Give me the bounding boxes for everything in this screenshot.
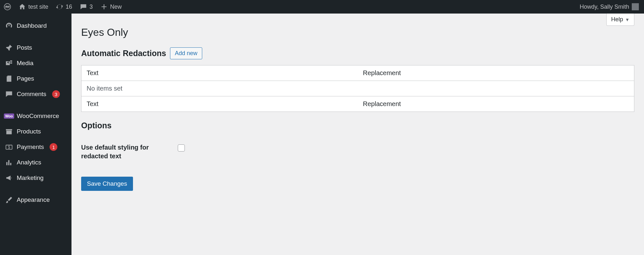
table-footer-row: Text Replacement bbox=[81, 96, 634, 112]
options-heading: Options bbox=[81, 121, 634, 130]
dashboard-icon bbox=[5, 22, 13, 30]
comments-badge: 3 bbox=[52, 90, 60, 98]
help-label: Help bbox=[611, 16, 623, 23]
redactions-heading: Automatic Redactions bbox=[81, 49, 166, 58]
updates-link[interactable]: 16 bbox=[52, 0, 76, 14]
payments-badge: 1 bbox=[50, 143, 57, 151]
wordpress-icon bbox=[4, 3, 11, 10]
sidebar-item-posts[interactable]: Posts bbox=[0, 40, 71, 55]
payments-icon: $ bbox=[5, 143, 13, 151]
sidebar-item-label: Analytics bbox=[17, 159, 41, 166]
sidebar-item-comments[interactable]: Comments 3 bbox=[0, 86, 71, 102]
sidebar-item-media[interactable]: Media bbox=[0, 55, 71, 71]
home-icon bbox=[19, 3, 26, 10]
sidebar-item-label: Payments bbox=[17, 143, 44, 151]
menu-separator bbox=[0, 34, 71, 40]
sidebar-item-label: Marketing bbox=[17, 174, 43, 181]
table-empty-row: No items set bbox=[81, 81, 634, 96]
new-label: New bbox=[110, 4, 122, 10]
menu-separator bbox=[0, 102, 71, 108]
sidebar-item-dashboard[interactable]: Dashboard bbox=[0, 18, 71, 34]
sidebar-item-label: Comments bbox=[17, 91, 46, 98]
save-changes-button[interactable]: Save Changes bbox=[81, 177, 133, 191]
col-text-footer[interactable]: Text bbox=[81, 96, 358, 112]
col-replacement-header[interactable]: Replacement bbox=[358, 65, 634, 81]
page-title: Eyes Only bbox=[81, 26, 634, 38]
sidebar-item-label: Dashboard bbox=[17, 22, 47, 29]
sidebar-item-label: Appearance bbox=[17, 196, 50, 203]
brush-icon bbox=[5, 196, 13, 204]
pending-comments-count: 3 bbox=[90, 4, 93, 10]
sidebar-item-label: Media bbox=[17, 60, 33, 67]
sidebar-item-label: Products bbox=[17, 128, 41, 135]
pin-icon bbox=[5, 44, 13, 52]
woocommerce-icon: Woo bbox=[5, 112, 13, 120]
table-header-row: Text Replacement bbox=[81, 65, 634, 81]
site-name-link[interactable]: test site bbox=[15, 0, 52, 14]
sidebar-item-pages[interactable]: Pages bbox=[0, 71, 71, 86]
comments-link[interactable]: 3 bbox=[76, 0, 97, 14]
default-styling-checkbox[interactable] bbox=[178, 144, 185, 152]
col-replacement-footer[interactable]: Replacement bbox=[358, 96, 634, 112]
comment-icon bbox=[80, 3, 87, 10]
update-icon bbox=[56, 3, 63, 10]
site-name: test site bbox=[28, 4, 48, 10]
account-menu[interactable]: Howdy, Sally Smith bbox=[580, 3, 641, 10]
updates-count: 16 bbox=[66, 4, 72, 10]
help-tab[interactable]: Help ▼ bbox=[606, 14, 634, 26]
media-icon bbox=[5, 59, 13, 67]
sidebar-item-appearance[interactable]: Appearance bbox=[0, 192, 71, 208]
sidebar-item-label: Posts bbox=[17, 44, 32, 51]
option-label: Use default styling for redacted text bbox=[81, 143, 162, 161]
svg-text:$: $ bbox=[8, 145, 10, 150]
megaphone-icon bbox=[5, 174, 13, 182]
new-content-link[interactable]: New bbox=[97, 0, 126, 14]
page-icon bbox=[5, 75, 13, 83]
adminbar: test site 16 3 New Howdy, Sally Smith bbox=[0, 0, 644, 14]
sidebar-item-payments[interactable]: $ Payments 1 bbox=[0, 139, 71, 155]
option-row-default-styling: Use default styling for redacted text bbox=[81, 143, 634, 161]
content-area: Help ▼ Eyes Only Automatic Redactions Ad… bbox=[71, 0, 644, 201]
greeting: Howdy, Sally Smith bbox=[580, 4, 629, 10]
sidebar-item-woocommerce[interactable]: Woo WooCommerce bbox=[0, 108, 71, 124]
add-new-button[interactable]: Add new bbox=[170, 47, 202, 59]
admin-menu: Dashboard Posts Media Pages Comments 3 W… bbox=[0, 14, 71, 255]
archive-icon bbox=[5, 128, 13, 135]
comment-icon bbox=[5, 90, 13, 98]
analytics-icon bbox=[5, 159, 13, 166]
plus-icon bbox=[100, 3, 108, 10]
wp-logo-menu[interactable] bbox=[0, 0, 15, 14]
chevron-down-icon: ▼ bbox=[625, 17, 630, 22]
col-text-header[interactable]: Text bbox=[81, 65, 358, 81]
sidebar-item-label: Pages bbox=[17, 75, 34, 82]
avatar-icon bbox=[632, 3, 639, 10]
redactions-table: Text Replacement No items set Text Repla… bbox=[81, 65, 634, 112]
sidebar-item-analytics[interactable]: Analytics bbox=[0, 155, 71, 170]
empty-message: No items set bbox=[81, 81, 634, 96]
sidebar-item-marketing[interactable]: Marketing bbox=[0, 170, 71, 186]
menu-separator bbox=[0, 186, 71, 192]
sidebar-item-products[interactable]: Products bbox=[0, 124, 71, 139]
sidebar-item-label: WooCommerce bbox=[17, 113, 59, 120]
